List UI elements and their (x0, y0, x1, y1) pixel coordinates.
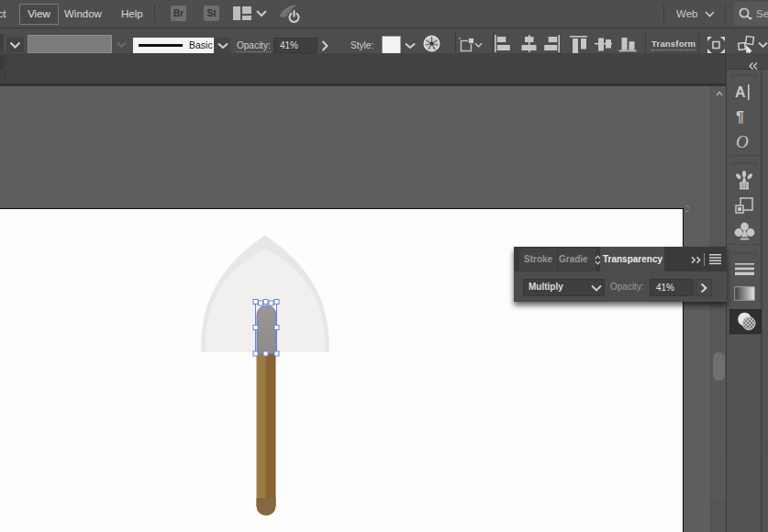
svg-text:A: A (735, 84, 746, 100)
